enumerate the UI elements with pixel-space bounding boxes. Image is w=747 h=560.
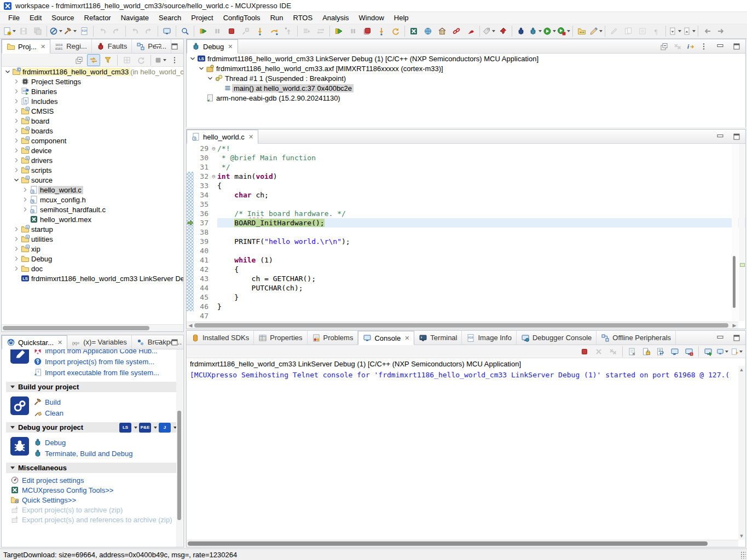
misc-link[interactable]: Edit project settings: [10, 475, 183, 485]
chevron-right-icon[interactable]: [13, 77, 20, 86]
maximize-view-button[interactable]: [730, 131, 743, 143]
project-tree-item[interactable]: cutilities: [2, 234, 183, 244]
misc-link[interactable]: MCUXpresso Config Tools>>: [10, 485, 183, 495]
action-link[interactable]: Debug: [33, 438, 132, 447]
project-tree-item[interactable]: LSfrdmimxrt1186_hello_world_cm33 LinkSer…: [2, 273, 183, 283]
quickstart-tab--x-variables[interactable]: (x)=(x)= Variables: [67, 335, 132, 349]
chevron-right-icon[interactable]: [13, 225, 20, 234]
skip-breakpoints-button[interactable]: [49, 24, 63, 38]
chevron-down-icon[interactable]: [154, 427, 157, 429]
menu-navigate[interactable]: Navigate: [116, 13, 154, 23]
console-tab-problems[interactable]: Problems: [308, 331, 358, 345]
chevron-down-icon[interactable]: [206, 74, 214, 83]
filter-funnel-button[interactable]: [101, 54, 114, 66]
instruction-stepping-button[interactable]: [299, 24, 314, 38]
debug-tree-item[interactable]: main() at hello_world.c:37 0x400bc2e: [187, 83, 745, 93]
minimize-view-button[interactable]: [714, 332, 727, 344]
probe-badge-pe[interactable]: P&E: [139, 423, 151, 433]
editor-hscrollbar[interactable]: ◀ ▶: [187, 322, 738, 329]
show-full-paths-button[interactable]: i: [684, 40, 697, 52]
chevron-right-icon[interactable]: [21, 205, 29, 214]
stdout-console-button[interactable]: [668, 346, 681, 358]
project-tree-item[interactable]: .chello_world.c: [2, 185, 183, 195]
view-menu-button[interactable]: [697, 40, 710, 52]
brush-button[interactable]: [589, 24, 603, 38]
resize-grip[interactable]: [740, 551, 746, 559]
pin-red-button[interactable]: [496, 24, 510, 38]
action-link[interactable]: Build: [33, 397, 63, 407]
project-tree-item[interactable]: doc: [2, 264, 183, 273]
project-tree-item[interactable]: hIncludes: [2, 96, 183, 106]
explorer-tab-proj-[interactable]: Proj...✕: [2, 39, 50, 54]
tag-button[interactable]: [482, 24, 496, 38]
menu-rtos[interactable]: RTOS: [288, 13, 317, 23]
project-tree-item[interactable]: 10Binaries: [2, 86, 183, 96]
scroll-lock-button[interactable]: [640, 346, 653, 358]
console-output[interactable]: [MCUXpresso Semihosting Telnet console f…: [187, 370, 745, 380]
chevron-right-icon[interactable]: [13, 254, 20, 263]
pin-console-button[interactable]: [702, 346, 715, 358]
redo-button[interactable]: [109, 24, 124, 38]
close-icon[interactable]: ✕: [404, 335, 409, 342]
debug-tree-item[interactable]: LSfrdmimxrt1186_hello_world_cm33 LinkSer…: [187, 54, 745, 63]
project-tree-item[interactable]: cboards: [2, 126, 183, 136]
nav-forward-button[interactable]: [714, 24, 728, 38]
grid-button[interactable]: [120, 54, 134, 66]
section-header-debug-your-project[interactable]: Debug your projectLSP&EJ: [6, 422, 179, 433]
close-icon[interactable]: ✕: [57, 339, 62, 346]
remove-all-terminated-button[interactable]: [671, 40, 684, 52]
linked-pages-button[interactable]: [621, 24, 635, 38]
console-tab-console[interactable]: Console✕: [358, 331, 414, 345]
disconnect-button[interactable]: [239, 24, 253, 38]
open-console-button[interactable]: [730, 346, 743, 358]
menu-refactor[interactable]: Refactor: [79, 13, 116, 23]
chevron-right-icon[interactable]: [13, 235, 20, 243]
import-link[interactable]: Import project(s) from file system...: [33, 357, 159, 366]
project-tree-item[interactable]: hello_world.mex: [2, 214, 183, 224]
project-tree-item[interactable]: cCMSIS: [2, 106, 183, 116]
chevron-right-icon[interactable]: [21, 185, 29, 194]
chevron-down-icon[interactable]: [134, 427, 137, 429]
terminate-button[interactable]: [224, 24, 239, 38]
close-icon[interactable]: ✕: [228, 43, 233, 50]
debug-tree-item[interactable]: frdmimxrt1186_hello_world_cm33.axf [MIMX…: [187, 63, 745, 73]
menu-project[interactable]: Project: [186, 13, 218, 23]
project-tree-item[interactable]: .csemihost_hardfault.c: [2, 205, 183, 214]
nav-back-button[interactable]: [700, 24, 714, 38]
menu-edit[interactable]: Edit: [25, 13, 47, 23]
pencil-button[interactable]: [607, 24, 621, 38]
project-tree-item[interactable]: Cfrdmimxrt1186_hello_world_cm33 (in hell…: [2, 67, 183, 77]
show-block-button[interactable]: [635, 24, 650, 38]
terminate-button[interactable]: [578, 346, 591, 358]
project-tree-item[interactable]: csource: [2, 175, 183, 185]
fold-collapse-icon[interactable]: ⊖: [210, 145, 217, 152]
maximize-view-button[interactable]: [730, 40, 743, 52]
chevron-down-icon[interactable]: [13, 176, 20, 184]
explorer-tab-faults[interactable]: Faults: [92, 39, 132, 53]
action-link[interactable]: Terminate, Build and Debug: [33, 448, 132, 458]
pilcrow-button[interactable]: ¶: [650, 24, 664, 38]
undo-button[interactable]: [128, 24, 142, 38]
console-tab-terminal[interactable]: Terminal: [414, 331, 462, 345]
import-link[interactable]: Import from Application Code Hub...: [33, 349, 159, 355]
section-header-build-your-project[interactable]: Build your project: [6, 382, 179, 392]
chevron-right-icon[interactable]: [13, 146, 20, 155]
menu-source[interactable]: Source: [47, 13, 79, 23]
gray-box-button[interactable]: [154, 54, 167, 66]
maximize-view-button[interactable]: [168, 336, 181, 348]
probe-red-button[interactable]: [464, 24, 478, 38]
probe-badge-ls[interactable]: LS: [119, 423, 131, 433]
editor-tab-hello-world-c[interactable]: .chello_world.c✕: [187, 130, 258, 144]
step-over-button[interactable]: [267, 24, 281, 38]
fold-collapse-icon[interactable]: ⊖: [210, 173, 217, 180]
bug-navy-button[interactable]: [514, 24, 528, 38]
chevron-right-icon[interactable]: [13, 116, 20, 125]
project-tree-item[interactable]: Debug: [2, 254, 183, 264]
collapse-all-button[interactable]: [658, 40, 671, 52]
minimize-view-button[interactable]: [714, 40, 727, 52]
refresh-button[interactable]: [135, 54, 148, 66]
project-tree-item[interactable]: .hmcux_config.h: [2, 195, 183, 205]
step-return-button[interactable]: [281, 24, 296, 38]
collapse-all-button[interactable]: [73, 54, 86, 66]
pause-button[interactable]: [210, 24, 224, 38]
